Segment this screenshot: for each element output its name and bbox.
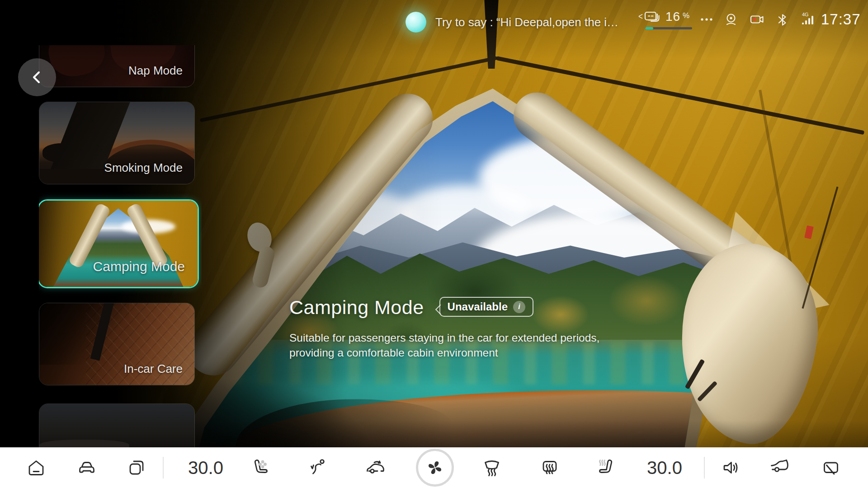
mode-card-smoking[interactable]: Smoking Mode: [39, 102, 195, 184]
trunk-release-button[interactable]: [765, 453, 794, 482]
dock-divider: [163, 457, 164, 479]
fan-speed-button[interactable]: [416, 449, 454, 487]
screen-off-icon: [820, 457, 842, 479]
seat-ventilation-button[interactable]: [246, 453, 275, 482]
mode-card-label: Camping Mode: [93, 259, 185, 274]
mode-title: Camping Mode: [289, 296, 424, 319]
home-button[interactable]: [22, 453, 51, 482]
fan-icon: [424, 457, 446, 479]
recirculation-button[interactable]: [361, 453, 390, 482]
recorder-icon[interactable]: [750, 13, 765, 26]
back-button[interactable]: [18, 58, 56, 96]
battery-progress-fill: [645, 27, 653, 29]
mode-card-label: Smoking Mode: [104, 161, 183, 175]
unavailable-badge: Unavailable i: [439, 297, 533, 317]
climate-dock: 30.0: [0, 447, 868, 488]
battery-percent: 16: [665, 9, 680, 24]
more-icon[interactable]: [699, 13, 714, 26]
mode-card-nap[interactable]: Nap Mode: [39, 45, 195, 87]
front-defrost-button[interactable]: [477, 453, 506, 482]
svg-text:4G: 4G: [802, 12, 809, 17]
infotainment-screen: Try to say : “Hi Deepal,open the i… < 16…: [0, 0, 868, 488]
airflow-direction-icon: [307, 457, 329, 479]
trunk-icon: [769, 457, 790, 479]
mode-card-label: In-car Care: [124, 362, 183, 376]
screen-off-button[interactable]: [816, 453, 845, 482]
seat-heating-button[interactable]: [591, 453, 620, 482]
bluetooth-icon[interactable]: [777, 13, 788, 27]
rear-defrost-icon: [539, 457, 561, 479]
mode-card-label: Nap Mode: [128, 64, 183, 78]
mode-card-partial[interactable]: [39, 404, 195, 447]
battery-status: < 16 %: [638, 9, 689, 24]
clock: 17:37: [821, 11, 861, 28]
badge-label: Unavailable: [448, 300, 508, 313]
seat-heating-icon: [595, 457, 617, 479]
mode-description: Suitable for passengers staying in the c…: [289, 330, 599, 360]
mode-card-list: Nap Mode Smoking Mode Camping Mode In-ca…: [39, 45, 202, 447]
chevron-left-icon: [29, 70, 45, 85]
webcam-icon[interactable]: [724, 13, 738, 26]
battery-pack-icon: [644, 9, 661, 24]
signal-icon: 4G: [799, 11, 817, 27]
temperature-left[interactable]: 30.0: [176, 458, 235, 478]
battery-percent-unit: %: [683, 11, 689, 20]
rear-defrost-button[interactable]: [535, 453, 564, 482]
status-bar: Try to say : “Hi Deepal,open the i… < 16…: [0, 0, 868, 35]
car-front-icon: [76, 457, 98, 479]
vehicle-button[interactable]: [72, 453, 101, 482]
mode-card-camping-selected[interactable]: Camping Mode: [39, 199, 199, 288]
home-icon: [25, 457, 47, 479]
battery-progress-bar: [645, 27, 692, 29]
mode-detail: Camping Mode Unavailable i Suitable for …: [289, 296, 599, 360]
seat-ventilation-icon: [250, 457, 272, 479]
recirculation-icon: [364, 457, 386, 479]
recent-apps-button[interactable]: [122, 453, 151, 482]
airflow-direction-button[interactable]: [303, 453, 332, 482]
volume-button[interactable]: [717, 453, 745, 482]
voice-hint-text: Try to say : “Hi Deepal,open the i…: [435, 15, 618, 29]
volume-icon: [720, 457, 742, 479]
front-defrost-icon: [481, 457, 503, 479]
voice-assistant-orb[interactable]: [406, 12, 426, 33]
dock-divider: [704, 457, 705, 479]
recents-icon: [126, 457, 147, 479]
mode-card-incar-care[interactable]: In-car Care: [39, 303, 195, 385]
battery-charge-caret: <: [638, 11, 643, 22]
temperature-right[interactable]: 30.0: [635, 458, 694, 478]
info-icon[interactable]: i: [513, 301, 525, 313]
